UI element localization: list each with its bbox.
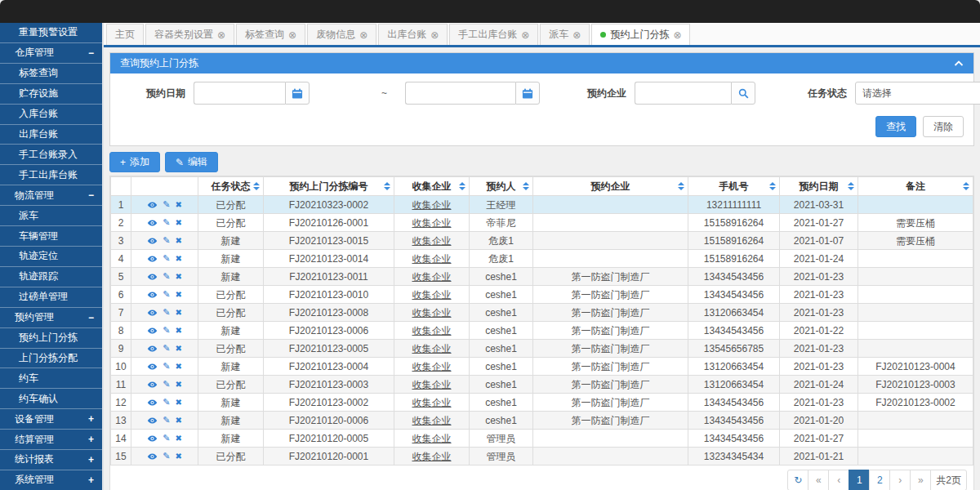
delete-row-icon[interactable]: ✖ [175,398,181,407]
collector-cell[interactable]: 收集企业 [394,412,470,430]
tab[interactable]: 预约上门分拣⊗ [591,24,690,45]
tab[interactable]: 派车⊗ [540,24,590,45]
next-page-button[interactable]: › [889,470,911,490]
add-button[interactable]: +添加 [109,152,160,172]
delete-row-icon[interactable]: ✖ [175,416,181,425]
view-icon[interactable] [147,452,158,461]
company-input[interactable] [635,82,731,105]
sidebar-item[interactable]: 约车确认 [0,388,102,408]
search-panel-header[interactable]: 查询预约上门分拣 [110,53,973,74]
table-row[interactable]: 4✎✖新建FJ20210123-0014收集企业危废11515891626420… [111,250,973,268]
tab-close-icon[interactable]: ⊗ [217,30,225,40]
table-row[interactable]: 11✎✖已分配FJ20210123-0003收集企业ceshe1第一防盗门制造厂… [111,376,973,394]
page-button[interactable]: 2 [869,470,890,490]
view-icon[interactable] [147,362,158,372]
edit-row-icon[interactable]: ✎ [163,433,170,443]
view-icon[interactable] [147,200,158,210]
tab-close-icon[interactable]: ⊗ [359,30,368,40]
view-icon[interactable] [147,326,158,336]
tab-close-icon[interactable]: ⊗ [521,30,529,40]
sort-icon[interactable] [848,182,854,190]
tab-close-icon[interactable]: ⊗ [572,30,581,40]
sidebar-item[interactable]: 标签查询 [0,63,102,83]
clear-button[interactable]: 清除 [923,116,964,137]
delete-row-icon[interactable]: ✖ [175,218,181,227]
collector-cell[interactable]: 收集企业 [394,250,470,268]
delete-row-icon[interactable]: ✖ [175,254,181,263]
sidebar-item[interactable]: 入库台账 [0,104,102,124]
edit-button[interactable]: ✎编辑 [165,152,218,172]
collector-cell[interactable]: 收集企业 [394,430,470,448]
sort-icon[interactable] [384,182,390,190]
tab[interactable]: 出库台账⊗ [378,24,448,45]
sidebar-item[interactable]: 系统管理+ [0,470,102,490]
sidebar-item[interactable]: 仓库管理− [0,42,102,63]
tab-close-icon[interactable]: ⊗ [673,30,681,40]
edit-row-icon[interactable]: ✎ [163,325,170,335]
view-icon[interactable] [147,380,158,390]
sidebar-item[interactable]: 贮存设施 [0,83,102,104]
date-to-calendar-button[interactable] [515,82,540,105]
delete-row-icon[interactable]: ✖ [175,200,181,209]
table-row[interactable]: 14✎✖新建FJ20210120-0005收集企业管理员134345434562… [111,430,973,448]
view-icon[interactable] [147,236,158,246]
sort-icon[interactable] [523,182,529,190]
sidebar-item[interactable]: 预约上门分拣 [0,327,102,348]
edit-row-icon[interactable]: ✎ [163,199,170,209]
collector-cell[interactable]: 收集企业 [394,394,470,412]
table-row[interactable]: 9✎✖已分配FJ20210123-0005收集企业ceshe1第一防盗门制造厂1… [111,340,973,358]
table-row[interactable]: 7✎✖已分配FJ20210123-0008收集企业ceshe1第一防盗门制造厂1… [111,304,973,322]
view-icon[interactable] [147,416,158,425]
sort-icon[interactable] [459,182,466,190]
last-page-button[interactable]: » [910,470,931,490]
company-search-button[interactable] [731,82,755,105]
column-header[interactable]: 任务状态 [198,177,264,196]
edit-row-icon[interactable]: ✎ [163,235,170,245]
collector-cell[interactable]: 收集企业 [394,376,470,394]
collector-cell[interactable]: 收集企业 [394,232,470,250]
tab[interactable]: 容器类别设置⊗ [145,24,234,45]
collector-cell[interactable]: 收集企业 [394,358,470,376]
delete-row-icon[interactable]: ✖ [175,380,181,389]
delete-row-icon[interactable]: ✖ [175,452,181,461]
date-from-calendar-button[interactable] [285,82,310,105]
status-select[interactable]: 请选择 [855,82,980,105]
tab[interactable]: 主页 [106,24,144,45]
sidebar-item[interactable]: 车辆管理 [0,225,102,246]
sidebar-item[interactable]: 手工出库台账 [0,164,102,185]
collector-cell[interactable]: 收集企业 [394,322,470,340]
edit-row-icon[interactable]: ✎ [163,307,170,317]
table-row[interactable]: 15✎✖已分配FJ20210120-0001收集企业管理员13234345434… [111,448,973,466]
table-row[interactable]: 1✎✖已分配FJ20210323-0002收集企业王经理132111111112… [111,196,973,214]
column-header[interactable]: 预约日期 [780,177,858,196]
sort-icon[interactable] [253,182,260,190]
column-header[interactable]: 预约人 [470,177,533,196]
search-button[interactable]: 查找 [875,116,916,137]
sort-icon[interactable] [963,182,969,190]
view-icon[interactable] [147,218,158,228]
collapse-chevron-icon[interactable] [954,60,964,67]
column-header[interactable]: 预约上门分拣编号 [264,177,394,196]
delete-row-icon[interactable]: ✖ [175,272,181,281]
delete-row-icon[interactable]: ✖ [175,326,181,335]
column-header[interactable]: 备注 [858,177,973,196]
table-row[interactable]: 13✎✖新建FJ20210120-0006收集企业ceshe1第一防盗门制造厂1… [111,412,973,430]
collector-cell[interactable]: 收集企业 [394,196,470,214]
edit-row-icon[interactable]: ✎ [163,289,170,299]
delete-row-icon[interactable]: ✖ [175,362,181,371]
sidebar-item[interactable]: 手工台账录入 [0,144,102,164]
sidebar-item[interactable]: 派车 [0,205,102,225]
edit-row-icon[interactable]: ✎ [163,361,170,371]
sidebar-item[interactable]: 轨迹跟踪 [0,266,102,287]
view-icon[interactable] [147,272,158,282]
delete-row-icon[interactable]: ✖ [175,290,181,299]
view-icon[interactable] [147,344,158,354]
table-row[interactable]: 2✎✖已分配FJ20210126-0001收集企业帝菲尼151589162642… [111,214,973,232]
edit-row-icon[interactable]: ✎ [163,397,170,407]
sidebar-item[interactable]: 重量预警设置 [0,23,102,42]
sidebar-item[interactable]: 设备管理+ [0,408,102,429]
column-header[interactable]: 预约企业 [533,177,688,196]
delete-row-icon[interactable]: ✖ [175,344,181,353]
sort-icon[interactable] [678,182,684,190]
collector-cell[interactable]: 收集企业 [394,268,470,286]
